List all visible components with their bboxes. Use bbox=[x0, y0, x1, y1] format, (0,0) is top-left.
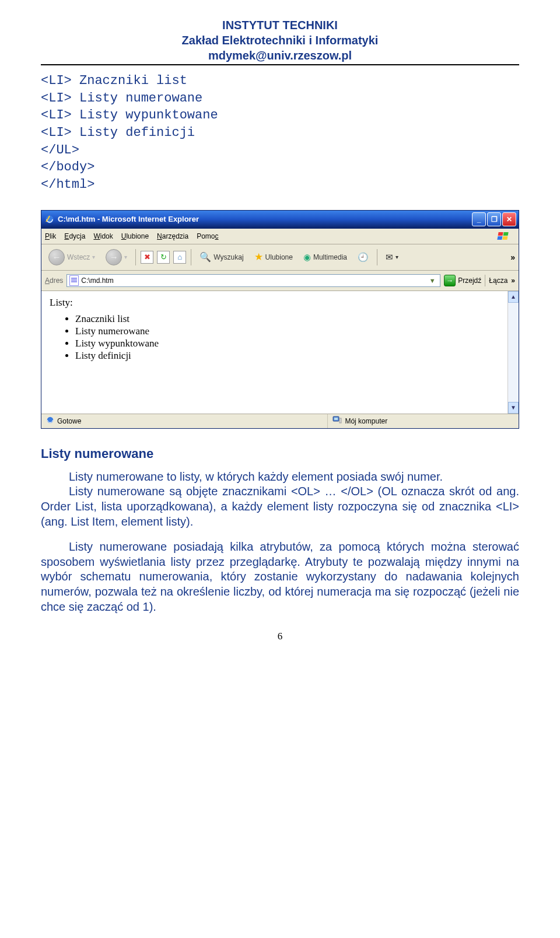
forward-arrow-icon: → bbox=[106, 249, 122, 265]
search-label: Wyszukaj bbox=[214, 253, 243, 261]
status-right: Mój komputer bbox=[345, 417, 387, 425]
ie-icon bbox=[45, 215, 54, 224]
page-icon bbox=[69, 275, 79, 286]
favorites-button[interactable]: ★ Ulubione bbox=[251, 250, 296, 264]
nav-toolbar: ← Wstecz ▾ → ▾ ✖ ↻ ⌂ 🔍 Wyszukaj ★ Ulubio… bbox=[41, 244, 519, 271]
content-heading: Listy: bbox=[50, 297, 499, 309]
status-left: Gotowe bbox=[57, 417, 81, 425]
address-field[interactable]: C:\md.htm ▼ bbox=[66, 274, 440, 287]
svg-rect-1 bbox=[498, 232, 503, 236]
menu-tools-label: arzędzia bbox=[162, 232, 188, 240]
address-bar: Adres C:\md.htm ▼ → Przejdź Łącza » bbox=[41, 271, 519, 291]
address-label: Adres bbox=[45, 276, 63, 285]
toolbar-separator bbox=[135, 249, 136, 265]
vertical-scrollbar[interactable]: ▲ ▼ bbox=[508, 291, 519, 414]
list-item: Listy definicji bbox=[75, 350, 499, 362]
menu-view-label: idok bbox=[100, 232, 113, 240]
history-icon: 🕘 bbox=[358, 252, 369, 262]
content-list: Znaczniki list Listy numerowane Listy wy… bbox=[50, 313, 499, 362]
header-line-1: INSTYTUT TECHNIKI bbox=[41, 18, 519, 33]
article-paragraph: Listy numerowane posiadają kilka atrybut… bbox=[41, 540, 519, 614]
header-rule bbox=[41, 64, 519, 65]
links-label[interactable]: Łącza bbox=[489, 276, 508, 285]
go-label: Przejdź bbox=[458, 276, 481, 285]
favorites-label: Ulubione bbox=[265, 253, 293, 261]
search-button[interactable]: 🔍 Wyszukaj bbox=[196, 250, 247, 264]
svg-rect-8 bbox=[340, 418, 341, 423]
svg-rect-3 bbox=[497, 236, 502, 240]
search-icon: 🔍 bbox=[200, 251, 211, 262]
mail-icon: ✉ bbox=[386, 252, 393, 262]
dropdown-icon: ▾ bbox=[396, 254, 398, 260]
history-button[interactable]: 🕘 bbox=[354, 251, 372, 264]
refresh-button[interactable]: ↻ bbox=[157, 251, 170, 264]
go-button[interactable]: → Przejdź bbox=[444, 275, 481, 286]
browser-window: C:\md.htm - Microsoft Internet Explorer … bbox=[41, 210, 519, 429]
article-paragraph: Listy numerowane to listy, w których każ… bbox=[41, 470, 519, 485]
go-arrow-icon: → bbox=[444, 275, 456, 286]
toolbar-separator bbox=[191, 249, 191, 265]
home-button[interactable]: ⌂ bbox=[173, 251, 186, 264]
menu-tools[interactable]: Narzędzia bbox=[157, 232, 188, 240]
ie-small-icon bbox=[46, 416, 54, 426]
doc-header: INSTYTUT TECHNIKI Zakład Elektrotechniki… bbox=[41, 18, 519, 63]
links-overflow[interactable]: » bbox=[511, 276, 515, 285]
svg-rect-2 bbox=[503, 232, 509, 236]
scroll-down-icon[interactable]: ▼ bbox=[508, 402, 519, 414]
title-bar[interactable]: C:\md.htm - Microsoft Internet Explorer … bbox=[41, 211, 519, 229]
para-text: Listy numerowane są objęte znacznikami <… bbox=[41, 485, 519, 527]
menu-help[interactable]: Pomoc bbox=[197, 232, 218, 240]
menu-file-label: lik bbox=[50, 232, 56, 240]
computer-icon bbox=[332, 416, 342, 426]
media-label: Multimedia bbox=[313, 253, 347, 261]
section-title: Listy numerowane bbox=[41, 446, 519, 461]
list-item: Listy wypunktowane bbox=[75, 338, 499, 349]
stop-icon: ✖ bbox=[144, 253, 150, 261]
back-button[interactable]: ← Wstecz ▾ bbox=[45, 248, 99, 267]
menu-fav-label: lubione bbox=[126, 232, 149, 240]
code-block: <LI> Znaczniki list <LI> Listy numerowan… bbox=[41, 72, 519, 194]
dropdown-icon: ▾ bbox=[124, 254, 127, 260]
menu-file[interactable]: Plik bbox=[45, 232, 56, 240]
header-line-2: Zakład Elektrotechniki i Informatyki bbox=[41, 33, 519, 48]
address-dropdown-icon[interactable]: ▼ bbox=[427, 277, 438, 284]
svg-rect-7 bbox=[334, 418, 338, 420]
media-icon: ◉ bbox=[303, 252, 311, 262]
scroll-up-icon[interactable]: ▲ bbox=[508, 291, 519, 303]
toolbar-overflow[interactable]: » bbox=[510, 253, 515, 262]
list-item: Listy numerowane bbox=[75, 326, 499, 337]
menu-bar: Plik Edycja Widok Ulubione Narzędzia Pom… bbox=[41, 229, 519, 244]
star-icon: ★ bbox=[254, 251, 263, 263]
maximize-button[interactable]: ❐ bbox=[487, 212, 501, 226]
refresh-icon: ↻ bbox=[160, 253, 167, 261]
close-button[interactable]: ✕ bbox=[502, 212, 516, 226]
back-label: Wstecz bbox=[67, 253, 90, 261]
svg-rect-4 bbox=[502, 236, 508, 240]
status-bar: Gotowe Mój komputer bbox=[41, 414, 519, 428]
article-paragraph: Listy numerowane są objęte znacznikami <… bbox=[41, 484, 519, 529]
menu-view[interactable]: Widok bbox=[93, 232, 113, 240]
header-email: mdymek@univ.rzeszow.pl bbox=[41, 48, 519, 63]
menu-edit-label: dycja bbox=[69, 232, 85, 240]
para-text: Listy numerowane posiadają kilka atrybut… bbox=[41, 540, 519, 612]
addr-separator bbox=[485, 275, 485, 286]
svg-point-5 bbox=[47, 417, 54, 424]
home-icon: ⌂ bbox=[177, 253, 182, 261]
stop-button[interactable]: ✖ bbox=[141, 251, 153, 264]
forward-button[interactable]: → ▾ bbox=[102, 248, 131, 267]
minimize-button[interactable]: _ bbox=[472, 212, 486, 226]
mail-button[interactable]: ✉ ▾ bbox=[382, 251, 402, 264]
para-text: Listy numerowane to listy, w których każ… bbox=[69, 470, 443, 483]
content-area-wrap: Listy: Znaczniki list Listy numerowane L… bbox=[41, 291, 519, 414]
menu-favorites[interactable]: Ulubione bbox=[121, 232, 149, 240]
back-arrow-icon: ← bbox=[48, 249, 65, 265]
scroll-track[interactable] bbox=[508, 303, 519, 402]
media-button[interactable]: ◉ Multimedia bbox=[300, 251, 351, 264]
page-number: 6 bbox=[41, 631, 519, 642]
window-title: C:\md.htm - Microsoft Internet Explorer bbox=[58, 215, 472, 223]
menu-edit[interactable]: Edycja bbox=[64, 232, 85, 240]
list-item: Znaczniki list bbox=[75, 313, 499, 325]
page-content: Listy: Znaczniki list Listy numerowane L… bbox=[41, 291, 508, 414]
toolbar-separator bbox=[377, 249, 377, 265]
windows-flag-icon bbox=[495, 231, 515, 242]
